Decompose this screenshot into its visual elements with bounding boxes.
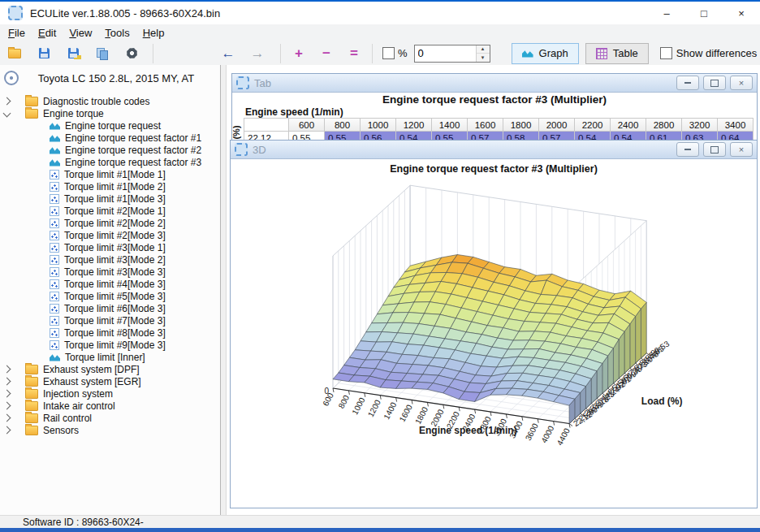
tree-item[interactable]: Injection system — [0, 387, 220, 400]
tab-window[interactable]: Tab × Engine torque request factor #3 (M… — [231, 73, 758, 145]
chevron-right-icon[interactable] — [3, 426, 11, 435]
menubar: FileEditViewToolsHelp — [0, 24, 760, 41]
settings-button[interactable] — [122, 44, 141, 63]
tree-item[interactable]: Engine torque request factor #1 — [0, 132, 220, 144]
tab-restore-button[interactable] — [703, 76, 726, 90]
tree-item[interactable]: Sensors — [0, 424, 220, 436]
tree-item[interactable]: Torque limit #6[Mode 3] — [0, 302, 220, 314]
tree-item[interactable]: Torque limit #3[Mode 1] — [0, 241, 220, 253]
tree-item[interactable]: Torque limit #2[Mode 3] — [0, 229, 220, 241]
surface-chart[interactable]: 6008001000120014001600180020002200240028… — [231, 175, 754, 504]
chevron-right-icon[interactable] — [3, 378, 11, 386]
tree-item[interactable]: Torque limit #4[Mode 3] — [0, 278, 220, 290]
column-header[interactable]: 3400 — [718, 118, 754, 132]
tab-window-buttons: × — [676, 76, 753, 90]
three-d-close-button[interactable]: × — [730, 142, 753, 157]
back-button[interactable]: ← — [218, 44, 238, 63]
open-file-button[interactable] — [5, 44, 24, 63]
tree-item-label: Torque limit #3[Mode 3] — [64, 266, 166, 278]
tree-item[interactable]: Engine torque request factor #2 — [0, 144, 220, 156]
column-header[interactable]: 1000 — [361, 118, 396, 132]
column-header[interactable]: 1400 — [432, 118, 468, 132]
tree-item[interactable]: Torque limit #1[Mode 3] — [0, 192, 220, 205]
splitter[interactable] — [221, 65, 227, 516]
tree-item[interactable]: Torque limit #3[Mode 2] — [0, 253, 220, 266]
menu-view[interactable]: View — [63, 25, 98, 41]
tree-item[interactable]: Torque limit #2[Mode 1] — [0, 205, 220, 217]
graph-view-button[interactable]: Graph — [512, 43, 579, 64]
close-button[interactable]: × — [723, 2, 760, 24]
software-id-text: Software ID : 89663-60X24- — [23, 517, 144, 528]
column-header[interactable]: 800 — [325, 118, 361, 132]
limit-table-icon — [50, 340, 59, 350]
tree-item[interactable]: Exhaust system [DPF] — [0, 363, 220, 375]
chevron-right-icon[interactable] — [3, 390, 11, 398]
tree-item[interactable]: Torque limit #7[Mode 3] — [0, 314, 220, 327]
three-d-minimize-button[interactable] — [676, 142, 699, 157]
column-header[interactable]: 2000 — [539, 118, 575, 132]
tree-item-label: Torque limit #4[Mode 3] — [64, 279, 166, 290]
app-icon — [8, 6, 23, 20]
increase-value-button[interactable]: + — [289, 44, 309, 63]
menu-tools[interactable]: Tools — [98, 25, 136, 41]
tree-item[interactable]: Diagnostic trouble codes — [0, 95, 220, 107]
table-view-button[interactable]: Table — [585, 43, 649, 64]
save-as-button[interactable] — [63, 44, 83, 63]
folder-icon — [25, 401, 38, 411]
tree-item[interactable]: Exhaust system [EGR] — [0, 375, 220, 387]
three-d-window[interactable]: 3D × Engine torque request factor #3 (Mu… — [230, 140, 758, 508]
tab-close-button[interactable]: × — [730, 76, 753, 90]
column-header[interactable]: 600 — [289, 118, 325, 132]
column-header[interactable]: 1600 — [468, 118, 503, 132]
column-header[interactable]: 3200 — [682, 118, 718, 132]
column-header[interactable]: 1800 — [503, 118, 539, 132]
three-d-window-titlebar[interactable]: 3D × — [231, 141, 757, 159]
tab-minimize-button[interactable] — [676, 76, 699, 90]
tree-item[interactable]: Torque limit #1[Mode 2] — [0, 180, 220, 192]
column-header[interactable]: 1200 — [396, 118, 432, 132]
spin-down-button[interactable]: ▼ — [477, 54, 490, 62]
tree-item[interactable]: Torque limit #5[Mode 3] — [0, 290, 220, 302]
chevron-right-icon[interactable] — [3, 365, 11, 374]
show-differences-checkbox[interactable] — [660, 47, 672, 59]
map-tree: Diagnostic trouble codesEngine torqueEng… — [0, 95, 220, 436]
menu-file[interactable]: File — [2, 25, 32, 41]
chevron-down-icon[interactable] — [3, 110, 11, 118]
tree-indent — [0, 98, 25, 104]
column-header[interactable]: 2400 — [611, 118, 646, 132]
tree-item[interactable]: Engine torque request factor #3 — [0, 156, 220, 168]
value-input[interactable] — [415, 45, 476, 62]
tab-window-titlebar[interactable]: Tab × — [232, 74, 757, 93]
maximize-button[interactable]: □ — [685, 2, 723, 24]
menu-edit[interactable]: Edit — [32, 25, 63, 41]
copy-button[interactable] — [93, 44, 112, 63]
tree-item[interactable]: Torque limit #2[Mode 2] — [0, 217, 220, 229]
tree-item[interactable]: Engine torque request — [0, 119, 220, 132]
limit-table-icon — [50, 304, 59, 314]
forward-button[interactable]: → — [248, 44, 267, 63]
set-value-button[interactable]: = — [344, 44, 364, 63]
tree-item-label: Exhaust system [DPF] — [43, 364, 140, 375]
tree-item-label: Torque limit #3[Mode 2] — [64, 254, 166, 266]
tree-item[interactable]: Engine torque — [0, 107, 220, 119]
chevron-right-icon[interactable] — [3, 414, 11, 422]
percent-checkbox[interactable] — [382, 47, 395, 59]
tree-item[interactable]: Intake air control — [0, 400, 220, 412]
three-d-restore-button[interactable] — [703, 142, 726, 157]
column-header[interactable]: 2200 — [575, 118, 611, 132]
minimize-button[interactable]: – — [648, 2, 685, 24]
tree-item[interactable]: Rail control — [0, 412, 220, 424]
chevron-right-icon[interactable] — [3, 97, 11, 106]
tree-item[interactable]: Torque limit #9[Mode 3] — [0, 339, 220, 351]
titlebar[interactable]: ECULite ver.1.88.005 - 89663-60X24.bin –… — [0, 2, 760, 24]
tree-item[interactable]: Torque limit [Inner] — [0, 351, 220, 363]
tree-item[interactable]: Torque limit #8[Mode 3] — [0, 327, 220, 339]
save-button[interactable] — [34, 44, 54, 63]
tree-item[interactable]: Torque limit #1[Mode 1] — [0, 168, 220, 180]
menu-help[interactable]: Help — [136, 25, 171, 41]
decrease-value-button[interactable]: − — [317, 44, 336, 63]
column-header[interactable]: 2800 — [646, 118, 682, 132]
chevron-right-icon[interactable] — [3, 402, 11, 410]
spin-up-button[interactable]: ▲ — [477, 45, 490, 54]
tree-item[interactable]: Torque limit #3[Mode 3] — [0, 266, 220, 278]
